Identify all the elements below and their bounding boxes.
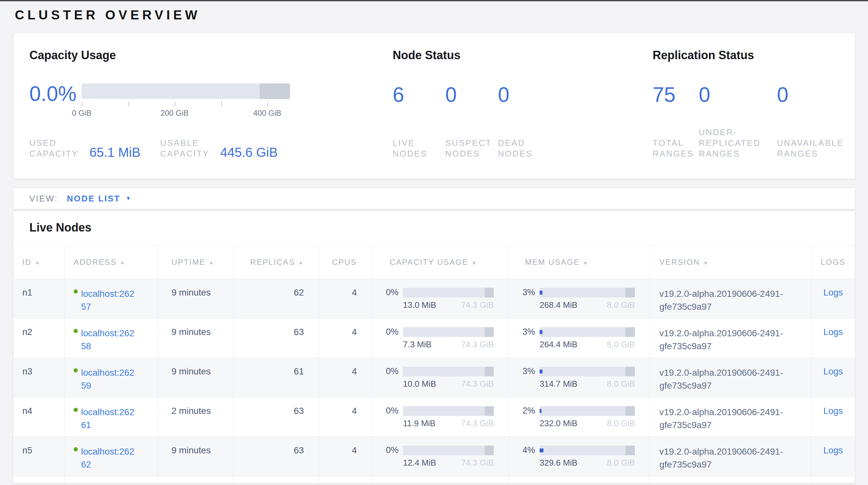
table-row: n3 localhost:26259 9 minutes 61 4 0% 10.… (13, 358, 855, 397)
node-address-link[interactable]: localhost:26258 (81, 327, 139, 353)
column-header-logs: LOGS (811, 246, 855, 279)
page-title: CLUSTER OVERVIEW (15, 8, 868, 22)
node-live-dot-icon (73, 368, 78, 372)
logs-link[interactable]: Logs (824, 366, 843, 376)
column-header-address[interactable]: ADDRESS (65, 246, 158, 279)
column-header-replicas[interactable]: REPLICAS (234, 246, 319, 279)
capacity-used-value: 12.4 MiB (403, 458, 436, 468)
capacity-reserved-segment (485, 367, 494, 376)
node-mem-cell: 2% 232.0 MiB 8.0 GiB (508, 397, 650, 437)
table-row: n2 localhost:26258 9 minutes 63 4 0% 7.3… (13, 318, 855, 358)
axis-label: 0 GiB (72, 109, 91, 118)
mem-reserved-segment (625, 406, 635, 416)
capacity-total-value: 74.3 GiB (461, 300, 494, 310)
capacity-usage-bar (403, 288, 494, 297)
mem-percent-label: 3% (508, 327, 535, 337)
axis-tick (268, 102, 268, 106)
capacity-used-value: 11.9 MiB (403, 419, 436, 428)
node-id-cell: n4 (13, 397, 65, 437)
mem-total-value: 8.0 GiB (607, 379, 635, 389)
live-nodes-label: LIVE NODES (393, 138, 438, 159)
capacity-used-value: 7.3 MiB (403, 340, 431, 349)
logs-link[interactable]: Logs (824, 287, 843, 297)
column-header-version[interactable]: VERSION (650, 246, 811, 279)
node-address-link[interactable]: localhost:26259 (81, 366, 139, 392)
column-header-uptime[interactable]: UPTIME (158, 246, 234, 279)
mem-usage-fill (539, 409, 541, 413)
axis-tick (128, 102, 129, 106)
dead-nodes-count: 0 (498, 83, 553, 106)
column-header-id[interactable]: ID (13, 246, 65, 279)
dead-nodes-label: DEAD NODES (498, 138, 543, 159)
total-ranges-label: TOTAL RANGES (653, 138, 698, 159)
caret-down-icon: ▼ (126, 195, 131, 202)
node-live-dot-icon (73, 329, 78, 333)
capacity-bar-reserved-segment (259, 83, 290, 99)
node-id-cell: n5 (13, 437, 65, 476)
capacity-usage-bar (403, 446, 494, 455)
node-mem-cell: 3% 268.4 MiB 8.0 GiB (508, 279, 650, 318)
capacity-reserved-segment (485, 446, 494, 455)
node-address-link[interactable]: localhost:26257 (81, 287, 139, 313)
node-mem-cell: 4% 329.6 MiB 8.0 GiB (508, 437, 650, 476)
node-mem-cell: 3% 264.4 MiB 8.0 GiB (508, 318, 650, 358)
sort-desc-icon (206, 258, 214, 267)
capacity-total-value: 74.3 GiB (461, 458, 494, 468)
view-selected-value[interactable]: NODE LIST (67, 194, 120, 204)
node-replicas-cell: 63 (234, 437, 319, 476)
node-address-cell: localhost:26258 (65, 318, 158, 358)
live-nodes-count: 6 (393, 83, 445, 106)
mem-used-value: 314.7 MiB (539, 379, 578, 389)
capacity-percent-label: 0% (372, 445, 399, 455)
used-capacity-label: USED CAPACITY (29, 138, 84, 159)
column-header-cpus[interactable]: CPUS (319, 246, 372, 279)
node-uptime-cell: 9 minutes (158, 279, 234, 318)
capacity-axis: 0 GiB 200 GiB 400 GiB (82, 99, 290, 119)
mem-usage-fill (539, 330, 542, 334)
node-capacity-cell: 0% 10.0 MiB 74.3 GiB (372, 358, 508, 397)
replication-status-title: Replication Status (653, 49, 855, 62)
capacity-summary-bar: 0 GiB 200 GiB 400 GiB (82, 83, 290, 119)
capacity-percent-label: 0% (372, 327, 399, 337)
logs-link[interactable]: Logs (824, 327, 843, 337)
logs-link[interactable]: Logs (824, 445, 843, 455)
mem-usage-bar (539, 446, 635, 455)
under-replicated-ranges-label: UNDER-REPLICATED RANGES (699, 127, 765, 159)
live-nodes-card: Live Nodes ID ADDRESS UPTIME REPLICAS CP… (13, 211, 855, 483)
column-header-capacity-usage[interactable]: CAPACITY USAGE (372, 246, 508, 279)
sort-desc-icon (117, 258, 126, 267)
sort-desc-icon (700, 258, 709, 267)
mem-percent-label: 4% (508, 445, 535, 455)
node-logs-cell: Logs (811, 437, 855, 476)
logs-link[interactable]: Logs (824, 406, 843, 416)
node-id-cell: n2 (13, 318, 65, 358)
mem-usage-bar (539, 406, 635, 416)
node-address-cell: localhost:26257 (65, 279, 158, 318)
axis-tick (221, 102, 222, 106)
node-capacity-cell: 0% 13.0 MiB 74.3 GiB (372, 279, 508, 318)
unavailable-ranges-count: 0 (777, 83, 846, 106)
capacity-usage-bar (403, 406, 494, 416)
node-version-cell: v19.2.0-alpha.20190606-2491-gfe735c9a97 (650, 279, 811, 318)
suspect-nodes-count: 0 (445, 83, 498, 106)
mem-reserved-segment (625, 327, 635, 337)
table-row: n1 localhost:26257 9 minutes 62 4 0% 13.… (13, 279, 855, 318)
capacity-total-value: 74.3 GiB (461, 419, 494, 428)
column-header-mem-usage[interactable]: MEM USAGE (508, 246, 650, 279)
mem-reserved-segment (625, 446, 635, 455)
node-capacity-cell: 0% 7.3 MiB 74.3 GiB (372, 318, 508, 358)
axis-tick (175, 102, 175, 106)
node-capacity-cell: 0% 12.4 MiB 74.3 GiB (372, 437, 508, 476)
mem-percent-label: 3% (508, 287, 535, 297)
mem-total-value: 8.0 GiB (607, 300, 635, 310)
node-version-cell: v19.2.0-alpha.20190606-2491-gfe735c9a97 (650, 397, 811, 437)
view-dropdown[interactable]: NODE LIST ▼ (67, 194, 131, 204)
node-cpus-cell: 4 (319, 437, 372, 476)
used-capacity-value: 65.1 MiB (89, 145, 141, 159)
mem-percent-label: 3% (508, 366, 535, 376)
capacity-used-value: 13.0 MiB (403, 300, 436, 310)
node-address-link[interactable]: localhost:26262 (81, 445, 139, 471)
node-address-link[interactable]: localhost:26261 (81, 406, 139, 432)
node-cpus-cell: 4 (319, 397, 372, 437)
capacity-reserved-segment (485, 288, 494, 297)
